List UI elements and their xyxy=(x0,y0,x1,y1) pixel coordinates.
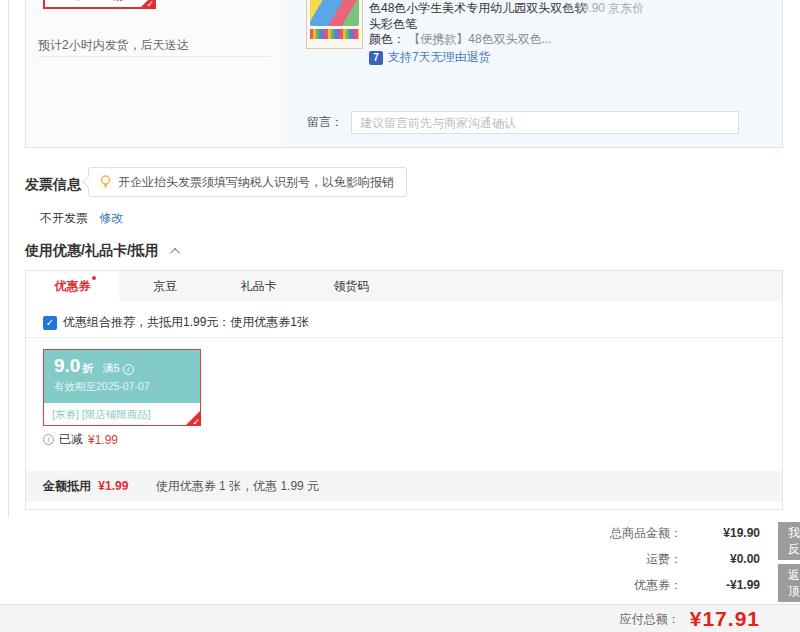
product-image[interactable] xyxy=(306,0,363,49)
checkmark-icon: ✓ xyxy=(146,0,154,9)
coupon-card[interactable]: 9.0 折 满5 i 有效期至2025-07-07 [东券] [限店铺限商品] … xyxy=(43,349,201,426)
order-detail-panel: 快递运输 ✓ 预计2小时内发货，后天送达 真彩儿童水彩笔马克笔可水洗不褪色可叠色… xyxy=(25,0,783,148)
service-row: 7 支持7天无理由退货 xyxy=(369,49,491,66)
coupon-condition: 满5 xyxy=(102,361,119,376)
total-value: ¥19.90 xyxy=(682,526,760,540)
payable-value: ¥17.91 xyxy=(690,607,760,631)
coupon-discount-unit: 折 xyxy=(82,361,93,376)
coupon-tabbar: 优惠券 京豆 礼品卡 领货码 xyxy=(26,271,782,301)
product-title[interactable]: 真彩儿童水彩笔马克笔可水洗不褪色可叠色48色小学生美术专用幼儿园双头双色软头彩色… xyxy=(369,0,587,32)
message-input[interactable] xyxy=(351,111,739,134)
checkout-page: 快递运输 ✓ 预计2小时内发货，后天送达 真彩儿童水彩笔马克笔可水洗不褪色可叠色… xyxy=(0,0,800,632)
page-left-border xyxy=(8,0,9,518)
total-value: ¥0.00 xyxy=(682,552,760,566)
product-image-art xyxy=(310,0,359,26)
color-row: 颜色： 【便携款】48色双头双色... xyxy=(369,31,552,48)
coupon-discount-row: 9.0 折 满5 i xyxy=(54,355,190,377)
divider xyxy=(38,56,270,57)
tab-giftcard[interactable]: 礼品卡 xyxy=(212,271,305,301)
total-row-freight: 运费： ¥0.00 xyxy=(460,546,760,572)
payable-inner: 应付总额： ¥17.91 xyxy=(620,605,760,632)
coupon-section-title: 使用优惠/礼品卡/抵用 xyxy=(25,242,180,260)
feedback-button-label: 我要反馈 xyxy=(788,525,800,557)
coupon-card-top: 9.0 折 满5 i 有效期至2025-07-07 xyxy=(44,350,200,403)
color-value: 【便携款】48色双头双色... xyxy=(408,32,551,46)
coupon-discount: 9.0 xyxy=(54,355,80,377)
tab-coupon[interactable]: 优惠券 xyxy=(26,271,119,301)
divider xyxy=(26,337,782,338)
seven-day-return-icon: 7 xyxy=(369,51,383,65)
total-value: -¥1.99 xyxy=(682,578,760,592)
shipping-method-button[interactable]: 快递运输 ✓ xyxy=(43,0,156,9)
total-label: 优惠券： xyxy=(634,577,682,594)
totals-block: 总商品金额： ¥19.90 运费： ¥0.00 优惠券： -¥1.99 xyxy=(460,520,760,598)
collapse-icon[interactable] xyxy=(170,248,180,258)
info-icon[interactable]: i xyxy=(123,364,134,375)
shipping-column: 快递运输 ✓ 预计2小时内发货，后天送达 xyxy=(26,0,281,147)
message-label: 留言： xyxy=(307,114,343,131)
info-icon[interactable]: i xyxy=(43,434,54,445)
total-row-goods: 总商品金额： ¥19.90 xyxy=(460,520,760,546)
tab-badge-dot xyxy=(92,276,96,280)
color-label: 颜色： xyxy=(369,32,405,46)
tab-coupon-label: 优惠券 xyxy=(55,279,91,293)
coupon-panel: 优惠券 京豆 礼品卡 领货码 ✓ 优惠组合推荐，共抵用1.99元：使用优惠券1张… xyxy=(25,270,783,510)
shipping-method-label: 快递运输 xyxy=(76,0,124,2)
product-image-pens xyxy=(310,29,359,39)
coupon-tags: [东券] [限店铺限商品] xyxy=(44,403,200,425)
summary-label: 金额抵用 xyxy=(43,479,91,493)
payable-bar: 应付总额： ¥17.91 xyxy=(0,604,800,632)
tab-giftcard-label: 礼品卡 xyxy=(241,279,277,293)
invoice-tip-bubble: 开企业抬头发票须填写纳税人识别号，以免影响报销 xyxy=(88,167,407,197)
bubble-arrow xyxy=(82,176,93,187)
tab-pickup-code[interactable]: 领货码 xyxy=(305,271,398,301)
reduced-label: 已减 xyxy=(59,431,83,448)
total-label: 总商品金额： xyxy=(610,525,682,542)
back-to-top-button[interactable]: 返回顶部 xyxy=(778,564,800,602)
coupon-validity: 有效期至2025-07-07 xyxy=(54,380,190,394)
combo-recommend-row: ✓ 优惠组合推荐，共抵用1.99元：使用优惠券1张 xyxy=(43,314,309,331)
payable-label: 应付总额： xyxy=(620,611,680,628)
combo-checkbox[interactable]: ✓ xyxy=(43,316,57,330)
tab-pickup-code-label: 领货码 xyxy=(334,279,370,293)
summary-value: ¥1.99 xyxy=(98,479,128,493)
price-block: ¥ 17.91 到手价 ¥ 19.90 京东价 xyxy=(565,0,675,16)
invoice-row: 不开发票 修改 xyxy=(40,210,123,227)
price-original: ¥ 19.90 京东价 xyxy=(565,0,675,16)
coupon-section-title-text: 使用优惠/礼品卡/抵用 xyxy=(25,242,159,258)
summary-detail: 使用优惠券 1 张，优惠 1.99 元 xyxy=(156,479,319,493)
invoice-section-title: 发票信息 xyxy=(25,176,81,194)
total-row-coupon: 优惠券： -¥1.99 xyxy=(460,572,760,598)
total-label: 运费： xyxy=(646,551,682,568)
coupon-summary-bar: 金额抵用 ¥1.99 使用优惠券 1 张，优惠 1.99 元 xyxy=(26,471,782,502)
invoice-edit-link[interactable]: 修改 xyxy=(99,211,123,225)
feedback-button[interactable]: 我要反馈 xyxy=(778,522,800,560)
tab-jingdou[interactable]: 京豆 xyxy=(119,271,212,301)
reduced-value: ¥1.99 xyxy=(88,433,118,447)
combo-label: 优惠组合推荐，共抵用1.99元：使用优惠券1张 xyxy=(63,314,309,331)
product-column: 真彩儿童水彩笔马克笔可水洗不褪色可叠色48色小学生美术专用幼儿园双头双色软头彩色… xyxy=(281,0,782,147)
invoice-tip-text: 开企业抬头发票须填写纳税人识别号，以免影响报销 xyxy=(118,174,394,191)
back-to-top-label: 返回顶部 xyxy=(788,567,800,599)
delivery-estimate: 预计2小时内发货，后天送达 xyxy=(38,37,189,54)
message-row: 留言： xyxy=(307,111,739,134)
lightbulb-icon xyxy=(99,175,112,189)
checkmark-icon: ✓ xyxy=(192,418,200,427)
service-text: 支持7天无理由退货 xyxy=(388,49,491,66)
invoice-current: 不开发票 xyxy=(40,211,88,225)
tab-jingdou-label: 京豆 xyxy=(154,279,178,293)
reduced-row: i 已减 ¥1.99 xyxy=(43,431,118,448)
